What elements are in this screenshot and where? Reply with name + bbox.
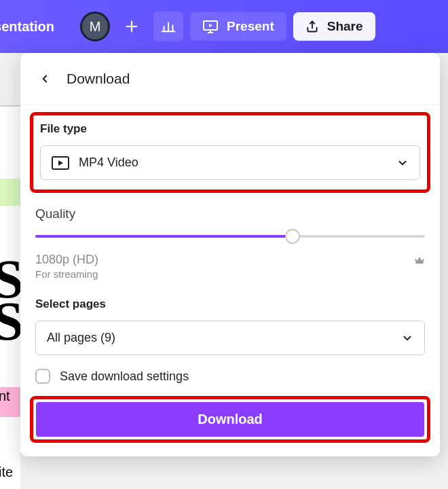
download-button[interactable]: Download xyxy=(36,402,424,437)
video-icon xyxy=(52,156,69,170)
select-pages-value: All pages (9) xyxy=(47,331,115,345)
download-panel: Download File type MP4 Video Quality 108… xyxy=(20,53,440,456)
quality-value: 1080p (HD) xyxy=(35,253,98,267)
canvas-text-fragment: nt xyxy=(0,388,10,404)
plus-icon xyxy=(124,19,139,34)
present-label: Present xyxy=(227,19,274,34)
panel-title: Download xyxy=(67,71,130,87)
svg-marker-12 xyxy=(58,160,63,166)
share-button[interactable]: Share xyxy=(293,12,375,41)
canvas-decoration xyxy=(0,179,20,206)
avatar-initial: M xyxy=(90,19,101,35)
share-label: Share xyxy=(327,19,363,34)
save-settings-checkbox[interactable] xyxy=(35,369,50,384)
chevron-left-icon xyxy=(39,73,51,85)
design-title[interactable]: esentation xyxy=(0,19,54,35)
download-button-highlight: Download xyxy=(30,396,430,443)
svg-marker-7 xyxy=(209,24,212,27)
download-button-label: Download xyxy=(198,412,263,427)
file-type-highlight: File type MP4 Video xyxy=(30,112,430,193)
chevron-down-icon xyxy=(396,157,409,169)
upload-icon xyxy=(305,20,319,33)
avatar[interactable]: M xyxy=(80,12,110,41)
present-button[interactable]: Present xyxy=(190,12,286,41)
quality-value-row: 1080p (HD) xyxy=(20,244,440,268)
insights-button[interactable] xyxy=(153,12,183,41)
select-pages-label: Select pages xyxy=(35,297,425,311)
save-settings-row: Save download settings xyxy=(20,359,440,389)
presentation-icon xyxy=(202,19,219,34)
panel-header: Download xyxy=(20,53,440,105)
select-pages-select[interactable]: All pages (9) xyxy=(35,321,425,355)
canvas-text-fragment: ite xyxy=(0,465,13,480)
back-button[interactable] xyxy=(35,69,54,88)
quality-slider[interactable] xyxy=(20,228,440,244)
quality-sublabel: For streaming xyxy=(20,268,440,291)
slider-thumb[interactable] xyxy=(285,229,300,244)
chevron-down-icon xyxy=(401,332,413,344)
save-settings-label: Save download settings xyxy=(60,369,189,384)
slider-fill xyxy=(35,235,293,238)
topbar: esentation M Present Share xyxy=(0,0,448,53)
file-type-select[interactable]: MP4 Video xyxy=(40,145,420,180)
crown-icon xyxy=(414,255,425,265)
quality-label: Quality xyxy=(20,202,440,228)
add-collaborator-button[interactable] xyxy=(117,12,147,41)
file-type-value: MP4 Video xyxy=(79,156,138,170)
file-type-label: File type xyxy=(40,122,420,136)
bar-chart-icon xyxy=(161,19,176,34)
